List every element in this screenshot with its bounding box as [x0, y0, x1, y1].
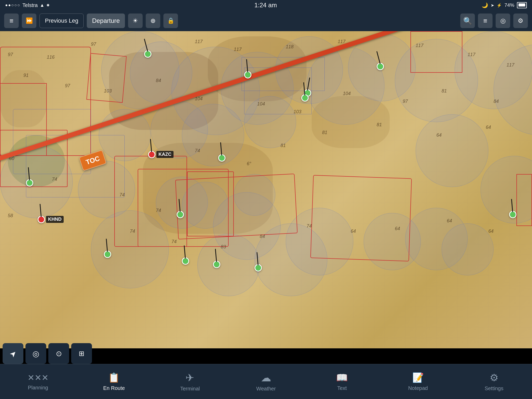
instrument-bar: ➤ ◎ ⊙ ⊞ [3, 343, 92, 364]
map-number: 81 [281, 143, 286, 148]
tab-notepad[interactable]: 📝 Notepad [380, 364, 456, 399]
terminal-icon: ✈ [185, 372, 194, 384]
waypoint-label: KAZC [156, 151, 174, 158]
enroute-icon: 📋 [108, 372, 120, 383]
red-boundary-10 [410, 31, 462, 73]
lifebuoy-icon: ⊕ [150, 17, 156, 24]
list-icon: ≡ [483, 17, 487, 24]
map-number: 103 [104, 88, 112, 94]
waypoint-dot [377, 63, 384, 70]
waypoint-w14 [255, 264, 262, 271]
waypoint-w5: KAZC [148, 151, 155, 158]
map-number: 103 [294, 109, 301, 115]
map-number: 74 [52, 177, 57, 182]
waypoint-dot [144, 50, 151, 58]
speed-instrument-button[interactable]: ⊙ [48, 343, 69, 364]
list-button[interactable]: ≡ [478, 14, 493, 28]
map-number: 74 [130, 229, 135, 234]
map-number: 97 [91, 42, 96, 47]
tab-settings[interactable]: ⚙ Settings [456, 364, 532, 399]
weather-icon: ☁ [261, 372, 271, 384]
map-number: 64 [486, 125, 491, 130]
waypoint-w8 [301, 94, 309, 102]
settings-icon: ⚙ [490, 372, 498, 383]
planning-icon: ✕✕✕ [28, 373, 49, 383]
map-number: 81 [322, 130, 327, 135]
gear-icon: ⚙ [518, 17, 523, 24]
nav-instrument-button[interactable]: ➤ [3, 343, 23, 364]
airspace-circle-15 [416, 114, 488, 187]
tab-text[interactable]: 📖 Text [304, 364, 380, 399]
carrier-label: Telstra [22, 2, 38, 8]
map-number: 64 [488, 229, 494, 234]
waypoint-dot [104, 251, 111, 258]
waypoint-dot [182, 257, 189, 265]
previous-leg-button[interactable]: Previous Leg [39, 14, 84, 28]
speed-icon: ⊙ [56, 349, 62, 358]
waypoint-w13 [213, 261, 220, 268]
battery-label: 74% [504, 2, 514, 8]
map-number: 64 [395, 226, 400, 231]
waypoint-w15 [509, 211, 516, 218]
tab-weather[interactable]: ☁ Weather [228, 364, 304, 399]
map-number: 64 [351, 229, 356, 234]
forward-button[interactable]: ⏩ [22, 14, 36, 28]
map-number: 97 [8, 52, 13, 57]
map-number: 97 [403, 99, 408, 104]
brightness-button[interactable]: ☀ [128, 14, 143, 28]
departure-button[interactable]: Departure [87, 14, 125, 28]
lock-button[interactable]: 🔒 [163, 14, 178, 28]
status-right: 🌙 ➤ ⚡ 74% [482, 2, 527, 8]
lifebuoy-button[interactable]: ⊕ [146, 14, 160, 28]
waypoint-dot [213, 261, 220, 268]
map-number: 6° [247, 161, 251, 167]
map-number: 74 [307, 223, 312, 229]
waypoint-w1 [144, 50, 151, 58]
red-boundary-3 [86, 53, 127, 103]
settings-button[interactable]: ⚙ [513, 14, 528, 28]
bluetooth-icon: ⚡ [497, 3, 502, 8]
waypoint-dot [301, 94, 309, 102]
search-icon: 🔍 [463, 17, 472, 25]
activity-icon: ✺ [46, 3, 50, 7]
map-number: 74 [171, 239, 177, 244]
tab-enroute[interactable]: 📋 En Route [76, 364, 152, 399]
gyro-instrument-button[interactable]: ◎ [25, 343, 46, 364]
map-number: 117 [195, 39, 203, 44]
map-number: 84 [494, 99, 499, 104]
map-number: 117 [234, 47, 242, 52]
waypoint-w12 [182, 257, 189, 265]
waypoint-w6: KHND [38, 216, 45, 223]
tab-terminal[interactable]: ✈ Terminal [152, 364, 228, 399]
text-icon: 📖 [336, 372, 348, 383]
map-number: 83 [221, 244, 226, 250]
map-number: 97 [65, 83, 70, 89]
map-number: 84 [260, 234, 265, 239]
tab-planning[interactable]: ✕✕✕ Planning [0, 364, 76, 399]
waypoint-w11 [104, 251, 111, 258]
menu-button[interactable]: ≡ [4, 14, 19, 28]
waypoint-w7 [218, 154, 225, 162]
map-number: 91 [23, 73, 29, 78]
waypoint-label: KHND [46, 216, 64, 223]
map-container[interactable]: TOC 97 91 116 97 97 117 117 118 117 117 … [0, 31, 532, 348]
radar-button[interactable]: ◎ [496, 14, 510, 28]
nav-bar: ≡ ⏩ Previous Leg Departure ☀ ⊕ 🔒 🔍 ≡ ◎ ⚙ [0, 10, 532, 31]
map-number: 104 [257, 101, 265, 107]
chart-instrument-button[interactable]: ⊞ [71, 343, 92, 364]
location-icon: ➤ [491, 3, 494, 8]
map-number: 118 [286, 44, 294, 50]
airspace-circle-29 [442, 223, 494, 275]
wifi-icon: ▲ [40, 3, 44, 8]
moon-icon: 🌙 [482, 2, 488, 8]
map-number: 84 [156, 78, 161, 83]
nav-right-buttons: 🔍 ≡ ◎ ⚙ [460, 14, 528, 28]
forward-icon: ⏩ [26, 17, 33, 24]
gyro-icon: ◎ [32, 349, 39, 358]
status-left: ●●○○○ Telstra ▲ ✺ [5, 2, 50, 8]
lock-icon: 🔒 [167, 17, 174, 24]
map-number: 64 [447, 218, 452, 224]
search-button[interactable]: 🔍 [460, 14, 475, 28]
brightness-icon: ☀ [132, 17, 138, 24]
radar-icon: ◎ [500, 17, 506, 24]
